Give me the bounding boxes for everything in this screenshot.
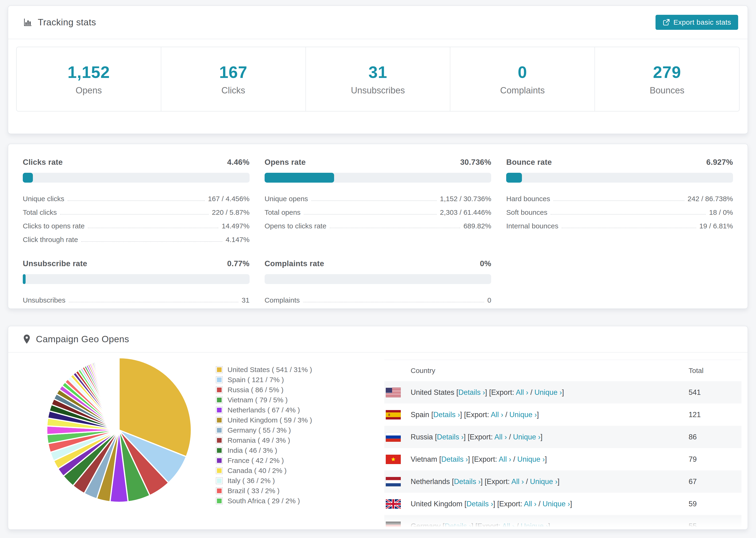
legend-item[interactable]: United Kingdom ( 59 / 3% ): [216, 415, 312, 425]
details-link[interactable]: Details ›: [433, 410, 460, 419]
legend-label: India ( 46 / 3% ): [228, 447, 277, 455]
dotted-leader: [562, 228, 696, 228]
rate-row-value: 0: [487, 296, 491, 304]
progress-bar: [265, 274, 491, 284]
legend-swatch-icon: [216, 366, 223, 373]
rate-row-value: 689.82%: [463, 222, 491, 230]
legend-label: France ( 42 / 2% ): [228, 457, 284, 464]
legend-item[interactable]: India ( 46 / 3% ): [216, 445, 312, 456]
rate-row-label: Total clicks: [23, 208, 57, 216]
country-name: Vietnam: [411, 455, 437, 463]
legend-swatch-icon: [216, 457, 223, 464]
export-all-link[interactable]: All ›: [491, 410, 503, 419]
row-total: 86: [689, 433, 697, 441]
details-link[interactable]: Details ›: [458, 388, 485, 397]
details-link[interactable]: Details ›: [466, 500, 493, 508]
rate-detail-row: Clicks to opens rate 14.497%: [23, 216, 249, 230]
nl-flag-icon: [386, 477, 401, 486]
table-row: United Kingdom [Details ›] [Export: All …: [384, 493, 741, 515]
export-all-link[interactable]: All ›: [499, 455, 511, 463]
rate-detail-row: Unique opens 1,152 / 30.736%: [265, 189, 491, 203]
legend-item[interactable]: Netherlands ( 67 / 4% ): [216, 405, 312, 415]
vn-flag-icon: [386, 455, 401, 464]
rate-row-label: Clicks to opens rate: [23, 222, 84, 230]
us-flag-icon: [386, 388, 401, 397]
dotted-leader: [60, 214, 209, 215]
export-all-link[interactable]: All ›: [512, 477, 524, 486]
ru-flag-icon: [386, 432, 401, 442]
country-cell: United States [Details ›] [Export: All ›…: [384, 388, 564, 397]
export-all-link[interactable]: All ›: [516, 388, 528, 397]
legend-item[interactable]: Brazil ( 33 / 2% ): [216, 486, 312, 496]
legend-label: Spain ( 121 / 7% ): [228, 376, 284, 384]
export-all-link[interactable]: All ›: [524, 500, 536, 508]
details-link[interactable]: Details ›: [454, 477, 481, 486]
legend-item[interactable]: Romania ( 49 / 3% ): [216, 435, 312, 445]
export-basic-stats-button[interactable]: Export basic stats: [656, 15, 738, 30]
legend-label: Russia ( 86 / 5% ): [228, 386, 283, 394]
export-all-link[interactable]: All ›: [502, 522, 514, 530]
details-link[interactable]: Details ›: [437, 433, 464, 441]
legend-label: South Africa ( 29 / 2% ): [228, 497, 300, 505]
rate-detail-row: Opens to clicks rate 689.82%: [265, 216, 491, 230]
legend-swatch-icon: [216, 427, 223, 434]
stat-cell: 0 Complaints: [450, 47, 594, 111]
es-flag-icon: [386, 410, 401, 419]
stat-value: 167: [219, 63, 247, 82]
row-total: 541: [689, 388, 701, 397]
dotted-leader: [551, 214, 706, 215]
legend-item[interactable]: Italy ( 36 / 2% ): [216, 476, 312, 486]
rate-value: 0.77%: [227, 259, 249, 268]
row-total: 79: [689, 455, 697, 463]
geo-opens-pie-chart[interactable]: [44, 355, 194, 505]
legend-label: Italy ( 36 / 2% ): [228, 477, 275, 485]
geo-header: Campaign Geo Opens: [8, 326, 747, 352]
legend-item[interactable]: Vietnam ( 79 / 5% ): [216, 395, 312, 405]
rates-row-2: Unsubscribe rate 0.77%Unsubscribes 31Com…: [23, 259, 733, 304]
details-link[interactable]: Details ›: [441, 455, 468, 463]
dotted-leader: [81, 241, 222, 242]
export-unique-link[interactable]: Unique ›: [509, 410, 537, 419]
legend-item[interactable]: United States ( 541 / 31% ): [216, 364, 312, 375]
country-cell: Vietnam [Details ›] [Export: All › / Uni…: [384, 455, 547, 463]
progress-bar: [506, 173, 733, 183]
country-cell: Spain [Details ›] [Export: All › / Uniqu…: [384, 410, 539, 419]
stat-label: Opens: [76, 85, 102, 95]
legend-label: United States ( 541 / 31% ): [228, 366, 312, 374]
table-row: Netherlands [Details ›] [Export: All › /…: [384, 470, 741, 493]
legend-swatch-icon: [216, 437, 223, 444]
stat-value: 279: [653, 63, 681, 82]
export-unique-link[interactable]: Unique ›: [543, 500, 570, 508]
rate-row-label: Total opens: [265, 208, 300, 216]
dotted-leader: [303, 302, 484, 302]
progress-fill: [265, 173, 334, 183]
legend-item[interactable]: Russia ( 86 / 5% ): [216, 385, 312, 395]
legend-item[interactable]: Spain ( 121 / 7% ): [216, 375, 312, 385]
details-link[interactable]: Details ›: [445, 522, 471, 530]
export-unique-link[interactable]: Unique ›: [513, 433, 540, 441]
country-name: United States: [411, 388, 454, 397]
geo-countries-table: Country Total United States [Details ›] …: [384, 360, 741, 530]
export-unique-link[interactable]: Unique ›: [517, 455, 545, 463]
campaign-geo-opens-card: Campaign Geo Opens United States ( 541 /…: [8, 326, 748, 530]
rate-row-label: Unique clicks: [23, 195, 64, 203]
stat-cell: 1,152 Opens: [17, 47, 161, 111]
stat-label: Unsubscribes: [351, 85, 405, 95]
legend-item[interactable]: France ( 42 / 2% ): [216, 456, 312, 465]
legend-item[interactable]: South Africa ( 29 / 2% ): [216, 496, 312, 506]
export-unique-link[interactable]: Unique ›: [534, 388, 562, 397]
dotted-leader: [88, 228, 218, 228]
legend-swatch-icon: [216, 487, 223, 494]
legend-item[interactable]: Germany ( 55 / 3% ): [216, 425, 312, 435]
rate-title: Opens rate: [265, 158, 306, 167]
rate-detail-row: Unique clicks 167 / 4.456%: [23, 189, 249, 203]
legend-item[interactable]: Canada ( 40 / 2% ): [216, 465, 312, 476]
rate-row-value: 19 / 6.81%: [699, 222, 733, 230]
export-unique-link[interactable]: Unique ›: [530, 477, 557, 486]
export-unique-link[interactable]: Unique ›: [521, 522, 548, 530]
page-title: Tracking stats: [38, 17, 96, 27]
rate-row-label: Unsubscribes: [23, 296, 66, 304]
export-all-link[interactable]: All ›: [495, 433, 507, 441]
legend-label: Netherlands ( 67 / 4% ): [228, 406, 300, 414]
stat-cell: 167 Clicks: [161, 47, 305, 111]
